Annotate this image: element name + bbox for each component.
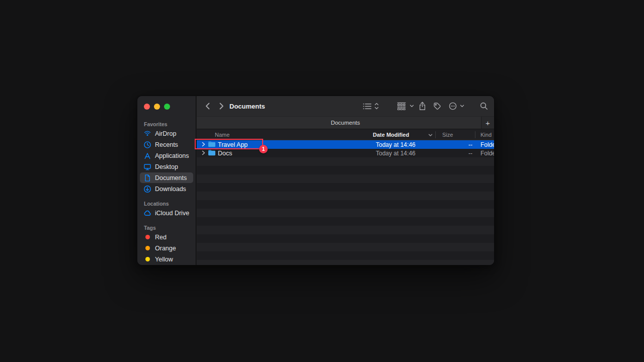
file-name: Docs — [218, 150, 232, 157]
forward-button[interactable] — [219, 102, 224, 110]
sidebar-item-tag-yellow[interactable]: Yellow — [140, 254, 193, 264]
tag-button[interactable] — [433, 102, 441, 110]
group-by-button[interactable] — [397, 102, 414, 110]
annotation-highlight-rect — [195, 139, 263, 149]
sidebar-item-label: Desktop — [155, 163, 178, 170]
desktop-background: Favorites AirDrop Recents Applications D… — [0, 0, 644, 362]
column-header-name[interactable]: Name — [215, 132, 229, 138]
tag-icon — [433, 102, 441, 110]
chevron-down-icon — [410, 105, 414, 108]
disclosure-chevron-icon[interactable] — [202, 150, 205, 157]
sidebar-item-tag-green[interactable]: Green — [140, 265, 193, 265]
document-icon — [143, 174, 151, 182]
share-button[interactable] — [419, 102, 426, 111]
view-sort-chevrons-icon — [374, 103, 379, 110]
airdrop-icon — [143, 130, 151, 138]
sidebar-item-recents[interactable]: Recents — [140, 139, 193, 150]
window-controls — [137, 96, 196, 110]
cloud-icon — [143, 209, 151, 217]
sidebar-item-downloads[interactable]: Downloads — [140, 184, 193, 194]
file-date-modified: Today at 14:46 — [376, 150, 416, 157]
sidebar-item-label: Yellow — [155, 256, 173, 263]
file-size: -- — [428, 150, 472, 157]
sidebar-item-tag-red[interactable]: Red — [140, 232, 193, 242]
sidebar-item-label: AirDrop — [155, 130, 176, 137]
orange-tag-dot — [145, 246, 150, 250]
group-by-icon — [397, 102, 406, 110]
sidebar-item-label: Red — [155, 234, 167, 241]
clock-icon — [143, 141, 151, 149]
search-icon — [480, 102, 488, 110]
sidebar-item-tag-orange[interactable]: Orange — [140, 243, 193, 253]
sidebar-item-icloud-drive[interactable]: iCloud Drive — [140, 208, 193, 218]
sidebar-item-documents[interactable]: Documents — [140, 172, 193, 183]
column-header-size[interactable]: Size — [442, 132, 453, 138]
file-size: -- — [428, 141, 472, 148]
finder-content: Documents Documents — [197, 96, 494, 265]
sidebar-section-tags-label: Tags — [144, 225, 189, 231]
more-actions-icon — [449, 102, 457, 110]
sidebar-item-desktop[interactable]: Desktop — [140, 161, 193, 172]
search-button[interactable] — [480, 102, 488, 110]
sidebar-item-label: Downloads — [155, 186, 186, 193]
column-header-kind[interactable]: Kind — [480, 132, 492, 138]
chevron-down-icon — [460, 105, 464, 108]
zoom-window-button[interactable] — [164, 104, 170, 110]
toolbar: Documents — [197, 96, 494, 116]
sidebar-item-applications[interactable]: Applications — [140, 150, 193, 161]
sidebar-item-label: Orange — [155, 245, 176, 252]
sidebar-item-label: Recents — [155, 141, 178, 148]
sort-chevron-down-icon[interactable] — [428, 132, 433, 138]
file-list: Travel App Today at 14:46 -- Folder Docs… — [197, 140, 494, 265]
minimize-window-button[interactable] — [154, 104, 160, 110]
sidebar: Favorites AirDrop Recents Applications D… — [137, 96, 196, 265]
share-icon — [419, 102, 426, 111]
sidebar-item-label: iCloud Drive — [155, 210, 189, 217]
column-header-date-modified[interactable]: Date Modified — [373, 132, 409, 138]
file-date-modified: Today at 14:46 — [376, 141, 416, 148]
file-kind: Folder — [480, 141, 495, 148]
file-row-docs[interactable]: Docs Today at 14:46 -- Folder — [197, 149, 494, 157]
applications-icon — [143, 152, 151, 160]
file-kind: Folder — [480, 150, 495, 157]
back-button[interactable] — [205, 102, 210, 110]
new-tab-button[interactable]: + — [481, 117, 494, 129]
tab-documents[interactable]: Documents — [331, 120, 360, 126]
close-window-button[interactable] — [144, 104, 150, 110]
sidebar-item-label: Documents — [155, 174, 187, 182]
column-divider[interactable] — [475, 131, 475, 138]
red-tag-dot — [145, 235, 150, 239]
list-view-button[interactable] — [363, 103, 379, 110]
downloads-icon — [143, 185, 151, 193]
tab-bar: Documents + — [197, 116, 494, 129]
finder-window: Favorites AirDrop Recents Applications D… — [137, 96, 495, 265]
sidebar-item-label: Applications — [155, 152, 189, 159]
sidebar-section-locations-label: Locations — [144, 201, 189, 207]
sidebar-section-favorites-label: Favorites — [144, 121, 189, 127]
column-divider[interactable] — [435, 131, 436, 138]
toolbar-title: Documents — [229, 103, 265, 110]
annotation-step-badge: 1 — [259, 145, 268, 153]
more-actions-button[interactable] — [449, 102, 464, 110]
yellow-tag-dot — [145, 257, 150, 261]
folder-icon — [208, 149, 216, 157]
sidebar-item-airdrop[interactable]: AirDrop — [140, 128, 193, 139]
desktop-icon — [143, 163, 151, 171]
